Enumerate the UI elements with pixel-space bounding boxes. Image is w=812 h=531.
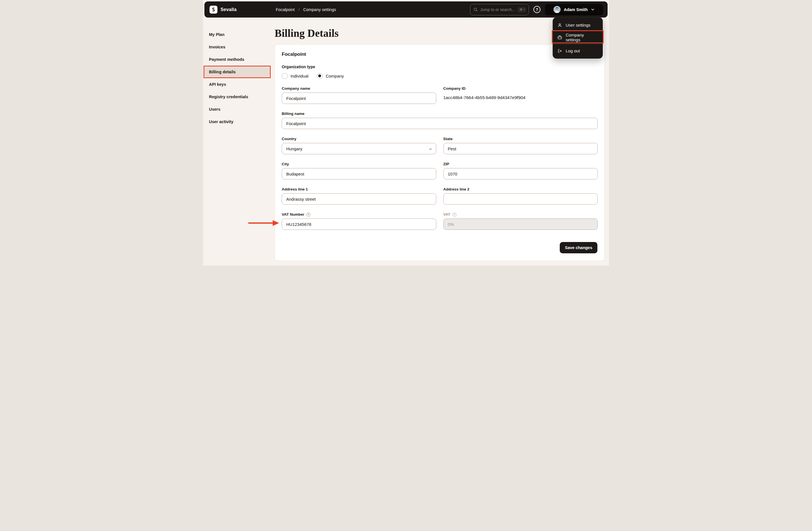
chevron-down-icon: [591, 8, 595, 11]
help-circle-icon[interactable]: ?: [452, 212, 456, 217]
topbar: S Sevalla Focalpoint / Company settings …: [204, 1, 608, 17]
company-name-field: Company name: [282, 86, 436, 104]
billing-details-card: Focalpoint Organization type Individual …: [275, 44, 605, 261]
city-input[interactable]: [282, 168, 436, 179]
help-circle-icon[interactable]: ?: [306, 212, 310, 217]
user-icon: [557, 23, 562, 28]
breadcrumb: Focalpoint / Company settings: [276, 1, 336, 17]
vat-input: [444, 219, 598, 230]
organization-type-options: Individual Company: [282, 73, 598, 79]
company-id-label: Company ID: [444, 86, 598, 91]
state-label: State: [444, 137, 598, 141]
sevalla-logo-icon: S: [209, 6, 217, 14]
briefcase-icon: [557, 35, 562, 40]
radio-label: Individual: [290, 74, 308, 78]
breadcrumb-project[interactable]: Focalpoint: [276, 8, 295, 12]
organization-type-label: Organization type: [282, 64, 598, 69]
radio-circle-company[interactable]: [317, 73, 323, 79]
vat-label-text: VAT: [444, 212, 450, 217]
address-line-1-field: Address line 1: [282, 187, 436, 205]
sidebar-item-payment-methods[interactable]: Payment methods: [203, 54, 274, 64]
address-line-1-input[interactable]: [282, 193, 436, 205]
vat-number-field: VAT Number ?: [282, 212, 436, 230]
menu-item-label: Company settings: [566, 32, 598, 42]
state-field: State: [444, 137, 598, 154]
menu-item-label: User settings: [566, 23, 591, 28]
zip-label: ZIP: [444, 162, 598, 166]
billing-name-label: Billing name: [282, 112, 598, 116]
vat-number-input[interactable]: [282, 219, 436, 230]
user-menu-button[interactable]: Adam Smith: [545, 4, 603, 15]
menu-item-user-settings[interactable]: User settings: [553, 19, 603, 31]
address-line-2-input[interactable]: [444, 193, 598, 205]
company-id-value: 1acc48b4-7664-4b55-b489-9d4347e9f904: [444, 92, 598, 100]
vat-number-label-text: VAT Number: [282, 212, 304, 217]
logout-icon: [557, 48, 562, 54]
brand[interactable]: S Sevalla: [209, 6, 237, 14]
city-label: City: [282, 162, 436, 166]
sidebar-item-user-activity[interactable]: User activity: [203, 117, 274, 127]
sidebar-item-api-keys[interactable]: API keys: [203, 79, 274, 89]
sidebar-item-users[interactable]: Users: [203, 104, 274, 114]
search-icon: [474, 8, 478, 12]
state-input[interactable]: [444, 143, 598, 154]
menu-item-company-settings[interactable]: Company settings: [553, 31, 603, 43]
radio-company[interactable]: Company: [317, 73, 344, 79]
question-mark-icon: ?: [536, 8, 538, 12]
menu-item-label: Log out: [566, 48, 580, 53]
country-field: Country: [282, 137, 436, 154]
radio-individual[interactable]: Individual: [282, 73, 308, 79]
sidebar: My Plan Invoices Payment methods Billing…: [203, 29, 274, 129]
city-field: City: [282, 162, 436, 179]
breadcrumb-current[interactable]: Company settings: [303, 8, 336, 12]
vat-number-label: VAT Number ?: [282, 212, 436, 217]
brand-name: Sevalla: [220, 7, 237, 12]
breadcrumb-separator: /: [299, 8, 300, 12]
vat-field: VAT ?: [444, 212, 598, 230]
sidebar-item-billing-details[interactable]: Billing details: [205, 67, 270, 77]
address-line-2-field: Address line 2: [444, 187, 598, 205]
sidebar-item-my-plan[interactable]: My Plan: [203, 29, 274, 40]
zip-field: ZIP: [444, 162, 598, 179]
address-line-2-label: Address line 2: [444, 187, 598, 191]
vat-label: VAT ?: [444, 212, 598, 217]
billing-name-field: Billing name: [282, 112, 598, 129]
radio-circle-individual[interactable]: [282, 73, 288, 79]
save-changes-button[interactable]: Save changes: [560, 242, 597, 253]
sidebar-item-registry-credentials[interactable]: Registry credentials: [203, 92, 274, 102]
billing-details-page: S Sevalla Focalpoint / Company settings …: [203, 0, 609, 265]
user-name: Adam Smith: [564, 8, 588, 12]
page-title: Billing Details: [275, 27, 338, 39]
billing-form: Company name Company ID 1acc48b4-7664-4b…: [282, 86, 598, 230]
search-input[interactable]: Jump to or search... ⌘ /: [470, 4, 529, 15]
menu-item-log-out[interactable]: Log out: [553, 45, 603, 57]
avatar: [553, 6, 561, 13]
keyboard-shortcut-badge: ⌘ /: [517, 6, 527, 13]
card-title: Focalpoint: [282, 51, 598, 57]
help-button[interactable]: ?: [533, 6, 540, 13]
topbar-right: Jump to or search... ⌘ / ? Adam Smith: [470, 4, 603, 15]
company-id-field: Company ID 1acc48b4-7664-4b55-b489-9d434…: [444, 86, 598, 104]
search-placeholder: Jump to or search...: [480, 8, 515, 12]
country-label: Country: [282, 137, 436, 141]
address-line-1-label: Address line 1: [282, 187, 436, 191]
zip-input[interactable]: [444, 168, 598, 179]
company-name-label: Company name: [282, 86, 436, 91]
country-select[interactable]: [282, 143, 436, 154]
sidebar-item-invoices[interactable]: Invoices: [203, 42, 274, 52]
radio-label: Company: [325, 74, 344, 78]
company-name-input[interactable]: [282, 92, 436, 104]
billing-name-input[interactable]: [282, 118, 598, 129]
user-dropdown-menu: User settings Company settings Log out: [553, 17, 603, 59]
